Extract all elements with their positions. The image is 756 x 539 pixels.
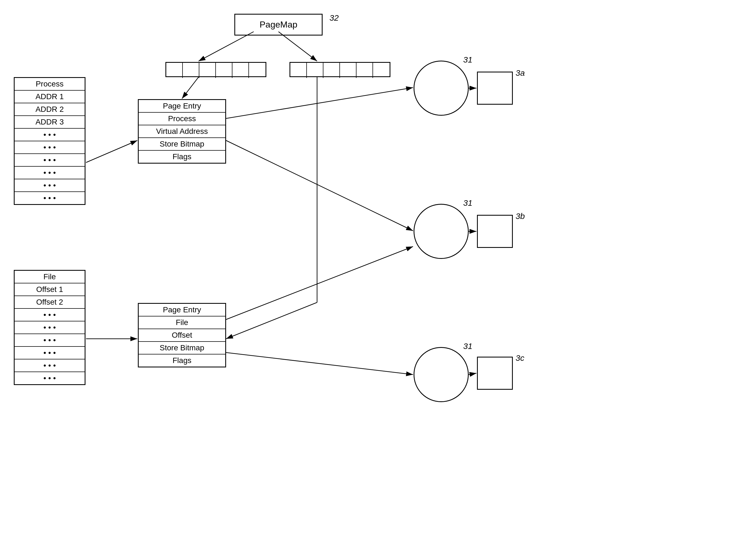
pe-proc-row-1: Process bbox=[139, 113, 225, 125]
square-3b bbox=[477, 215, 513, 248]
process-row-0: Process bbox=[15, 78, 85, 91]
process-row-8: • • • bbox=[15, 179, 85, 192]
file-row-3: • • • bbox=[15, 309, 85, 321]
array-cell bbox=[324, 63, 340, 78]
pe-proc-row-4: Flags bbox=[139, 151, 225, 163]
pe-file-row-2: Offset bbox=[139, 329, 225, 342]
file-box: File Offset 1 Offset 2 • • • • • • • • •… bbox=[14, 270, 85, 385]
svg-line-8 bbox=[226, 140, 413, 231]
svg-line-1 bbox=[199, 32, 254, 61]
process-row-3: ADDR 3 bbox=[15, 116, 85, 129]
array-cell bbox=[216, 63, 233, 78]
pe-file-row-3: Store Bitmap bbox=[139, 342, 225, 354]
process-row-7: • • • bbox=[15, 167, 85, 179]
arrows-svg bbox=[0, 0, 756, 539]
label-3c: 3c bbox=[516, 353, 524, 363]
process-row-6: • • • bbox=[15, 154, 85, 167]
array-cell bbox=[166, 63, 183, 78]
svg-line-11 bbox=[226, 352, 413, 375]
svg-line-7 bbox=[226, 88, 413, 118]
file-row-6: • • • bbox=[15, 347, 85, 359]
circle-31b bbox=[414, 204, 469, 259]
svg-line-5 bbox=[86, 140, 137, 163]
file-row-2: Offset 2 bbox=[15, 296, 85, 309]
array-cell bbox=[307, 63, 324, 78]
array-cell bbox=[249, 63, 265, 78]
label-3b: 3b bbox=[516, 211, 525, 221]
label-31b: 31 bbox=[463, 198, 472, 208]
array-cell bbox=[233, 63, 249, 78]
pe-proc-row-2: Virtual Address bbox=[139, 125, 225, 138]
svg-line-9 bbox=[226, 302, 317, 339]
array-top-right bbox=[290, 62, 390, 77]
pe-proc-row-0: Page Entry bbox=[139, 100, 225, 113]
circle-31a bbox=[414, 61, 469, 116]
file-row-7: • • • bbox=[15, 359, 85, 372]
file-row-8: • • • bbox=[15, 372, 85, 384]
label-31c: 31 bbox=[463, 342, 472, 351]
circle-31c bbox=[414, 347, 469, 402]
pagemap-label: PageMap bbox=[235, 15, 322, 35]
pe-file-row-0: Page Entry bbox=[139, 304, 225, 316]
pe-file-row-1: File bbox=[139, 316, 225, 329]
label-3a: 3a bbox=[516, 68, 525, 78]
array-cell bbox=[356, 63, 373, 78]
page-entry-file-box: Page Entry File Offset Store Bitmap Flag… bbox=[138, 303, 226, 367]
label-31a: 31 bbox=[463, 55, 472, 64]
pe-proc-row-3: Store Bitmap bbox=[139, 138, 225, 151]
label-32: 32 bbox=[330, 13, 338, 23]
square-3c bbox=[477, 357, 513, 390]
array-cell bbox=[340, 63, 356, 78]
process-box: Process ADDR 1 ADDR 2 ADDR 3 • • • • • •… bbox=[14, 77, 85, 205]
array-cell bbox=[373, 63, 390, 78]
pe-file-row-4: Flags bbox=[139, 354, 225, 367]
process-row-4: • • • bbox=[15, 129, 85, 141]
array-top-left bbox=[165, 62, 266, 77]
array-cell bbox=[199, 63, 216, 78]
process-row-9: • • • bbox=[15, 192, 85, 204]
file-row-0: File bbox=[15, 271, 85, 283]
svg-line-14 bbox=[469, 373, 476, 375]
square-3a bbox=[477, 72, 513, 105]
svg-line-2 bbox=[278, 32, 317, 61]
file-row-5: • • • bbox=[15, 334, 85, 347]
pagemap-box: PageMap bbox=[235, 14, 323, 36]
file-row-4: • • • bbox=[15, 321, 85, 334]
page-entry-process-box: Page Entry Process Virtual Address Store… bbox=[138, 99, 226, 164]
svg-line-3 bbox=[182, 77, 199, 99]
file-row-1: Offset 1 bbox=[15, 283, 85, 296]
diagram: PageMap 32 Process ADDR 1 ADDR 2 ADDR 3 … bbox=[0, 0, 756, 539]
array-cell bbox=[183, 63, 199, 78]
process-row-1: ADDR 1 bbox=[15, 91, 85, 103]
svg-line-10 bbox=[226, 247, 413, 320]
process-row-5: • • • bbox=[15, 141, 85, 154]
array-cell bbox=[290, 63, 307, 78]
process-row-2: ADDR 2 bbox=[15, 103, 85, 116]
